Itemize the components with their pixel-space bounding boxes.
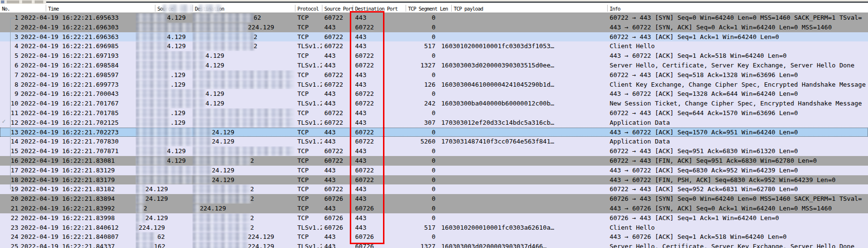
- redaction-blur: [136, 194, 145, 204]
- cell-info: 443 → 60726 [SYN, ACK] Seq=0 Ack=1 Win=6…: [607, 204, 868, 213]
- cell-tcp-payload: [438, 51, 607, 61]
- column-header-tcp-payload[interactable]: TCP payload: [454, 6, 483, 12]
- packet-row[interactable]: 22022-04-19 16:22:21.696303224.129TCP443…: [0, 23, 868, 32]
- cell-destination-port: 60722: [353, 61, 406, 70]
- cell-tcp-payload: [438, 166, 607, 175]
- packet-row[interactable]: 152022-04-19 16:22:21.7078714.129TCP6072…: [0, 146, 868, 156]
- header-separator[interactable]: [353, 5, 353, 12]
- redaction-blur: [192, 128, 212, 137]
- header-separator[interactable]: [322, 5, 322, 12]
- cell-packet-number: 20: [0, 194, 19, 204]
- header-separator[interactable]: [192, 5, 193, 12]
- packet-row[interactable]: 202022-04-19 16:22:21.8389424.1292TCP607…: [0, 194, 868, 204]
- packet-row[interactable]: 82022-04-19 16:22:21.699773.129TLSv1.260…: [0, 80, 868, 90]
- column-header-tcp-segment-len[interactable]: TCP Segment Len: [408, 6, 448, 12]
- packet-row[interactable]: 102022-04-19 16:22:21.7017674.129TLSv1.2…: [0, 99, 868, 108]
- column-header-info[interactable]: Info: [610, 6, 620, 12]
- cell-time: 2022-04-19 16:22:21.83129: [19, 166, 136, 175]
- cell-info: 443 → 60722 [FIN, PSH, ACK] Seq=6830 Ack…: [607, 175, 868, 185]
- column-header-protocol[interactable]: Protocol: [297, 6, 319, 12]
- cell-protocol: TCP: [295, 146, 322, 156]
- header-separator[interactable]: [295, 5, 295, 12]
- toolbar-icon-fragment: [22, 0, 32, 3]
- cell-tcp-segment-len: 517: [406, 223, 438, 233]
- cell-packet-number: 18: [0, 175, 19, 185]
- packet-row[interactable]: 52022-04-19 16:22:21.6971934.129TCP44360…: [0, 51, 868, 61]
- cell-info: 443 → 60722 [ACK] Seq=1570 Ack=951 Win=6…: [607, 128, 868, 137]
- cell-destination-visible-tail: 2: [250, 194, 254, 204]
- cell-destination: 224.129: [192, 23, 295, 32]
- packet-row[interactable]: 32022-04-19 16:22:21.6963634.1292TCP6072…: [0, 32, 868, 42]
- cell-protocol: TLSv1.2: [295, 137, 322, 146]
- cell-packet-number: 1: [0, 13, 19, 23]
- cell-protocol: TCP: [295, 70, 322, 80]
- packet-row[interactable]: 182022-04-19 16:22:21.8317924.129TCP4436…: [0, 175, 868, 185]
- cell-source-visible-tail: 162: [154, 242, 165, 248]
- header-separator[interactable]: [406, 5, 406, 12]
- cell-time: 2022-04-19 16:22:21.707871: [19, 146, 136, 156]
- packet-row[interactable]: 62022-04-19 16:22:21.6985844.129TLSv1.24…: [0, 61, 868, 70]
- cell-tcp-segment-len: 0: [406, 89, 438, 99]
- cell-time: 2022-04-19 16:22:21.701767: [19, 99, 136, 108]
- cell-tcp-segment-len: 0: [406, 194, 438, 204]
- cell-info: Application Data: [607, 118, 868, 128]
- cell-protocol: TLSv1.2: [295, 61, 322, 70]
- cell-source-visible-tail: 24.129: [145, 194, 168, 204]
- packet-row[interactable]: 172022-04-19 16:22:21.8312924.129TCP4436…: [0, 166, 868, 175]
- column-header-row: No. Time Source Destination Protocol Sou…: [0, 4, 868, 13]
- header-separator[interactable]: [155, 5, 155, 12]
- redaction-blur: [136, 166, 192, 175]
- redaction-blur: [136, 13, 167, 23]
- cell-destination-visible-tail: 224.129: [248, 23, 274, 32]
- cell-source: .129: [136, 80, 192, 90]
- packet-row[interactable]: 192022-04-19 16:22:21.8318224.1292TCP607…: [0, 184, 868, 194]
- cell-tcp-payload: [438, 108, 607, 118]
- redaction-blur: [136, 32, 167, 42]
- cell-tcp-segment-len: 0: [406, 13, 438, 23]
- packet-row[interactable]: 222022-04-19 16:22:21.8399824.1292TCP607…: [0, 213, 868, 223]
- cell-destination-visible-tail: 224.129: [248, 232, 274, 242]
- cell-destination-port: 60722: [353, 99, 406, 108]
- cell-source-port: 443: [322, 232, 353, 242]
- packet-row[interactable]: 12022-04-19 16:22:21.6956334.12962TCP607…: [0, 13, 868, 23]
- cell-info: 443 → 60722 [ACK] Seq=6830 Ack=952 Win=6…: [607, 166, 868, 175]
- header-separator[interactable]: [451, 5, 452, 12]
- cell-protocol: TCP: [295, 184, 322, 194]
- cell-packet-number: 9: [0, 89, 19, 99]
- redaction-blur: [136, 108, 170, 118]
- header-separator[interactable]: [607, 5, 608, 12]
- packet-row[interactable]: 252022-04-19 16:22:21.84337162224.129TLS…: [0, 242, 868, 248]
- packet-row[interactable]: 42022-04-19 16:22:21.6969854.1292TLSv1.2…: [0, 41, 868, 51]
- redaction-blur: [192, 13, 254, 23]
- packet-row[interactable]: 142022-04-19 16:22:21.70783024.129TLSv1.…: [0, 137, 868, 146]
- packet-row[interactable]: 132022-04-19 16:22:21.70227324.129TCP443…: [0, 128, 868, 137]
- packet-row[interactable]: 92022-04-19 16:22:21.7000434.129TCP44360…: [0, 89, 868, 99]
- column-header-no[interactable]: No.: [2, 6, 10, 12]
- packet-row[interactable]: 212022-04-19 16:22:21.839922224.129TCP44…: [0, 204, 868, 213]
- cell-packet-number: 24: [0, 232, 19, 242]
- cell-packet-number: 22: [0, 213, 19, 223]
- cell-packet-number: 15: [0, 146, 19, 156]
- cell-time: 2022-04-19 16:22:21.83992: [19, 204, 136, 213]
- cell-source: 4.129: [136, 32, 192, 42]
- cell-destination-visible-tail: 62: [254, 13, 261, 23]
- packet-row[interactable]: 232022-04-19 16:22:21.840612224.1292TLSv…: [0, 223, 868, 233]
- cell-destination-port: 443: [353, 108, 406, 118]
- packet-row[interactable]: 112022-04-19 16:22:21.701785.129TCP60722…: [0, 108, 868, 118]
- cell-packet-number: 23: [0, 223, 19, 233]
- column-header-time[interactable]: Time: [48, 6, 59, 12]
- packet-row[interactable]: 72022-04-19 16:22:21.698597.129TCP607224…: [0, 70, 868, 80]
- packet-row[interactable]: 162022-04-19 16:22:21.830814.1292TCP6072…: [0, 156, 868, 166]
- cell-time: 2022-04-19 16:22:21.696985: [19, 41, 136, 51]
- cell-source: [136, 89, 192, 99]
- packet-row[interactable]: 122022-04-19 16:22:21.702125.129TLSv1.26…: [0, 118, 868, 128]
- header-separator[interactable]: [46, 5, 46, 12]
- column-header-destination-port[interactable]: Destination Port: [355, 6, 397, 12]
- cell-destination-visible-tail: 2: [250, 223, 254, 233]
- cell-info: 443 → 60722 [ACK] Seq=1 Ack=518 Win=6424…: [607, 51, 868, 61]
- cell-time: 2022-04-19 16:22:21.83894: [19, 194, 136, 204]
- cell-packet-number: 25: [0, 242, 19, 248]
- packet-row[interactable]: 242022-04-19 16:22:21.84080762224.129TCP…: [0, 232, 868, 242]
- column-header-source-port[interactable]: Source Port: [324, 6, 354, 12]
- cell-source: 4.129: [136, 146, 192, 156]
